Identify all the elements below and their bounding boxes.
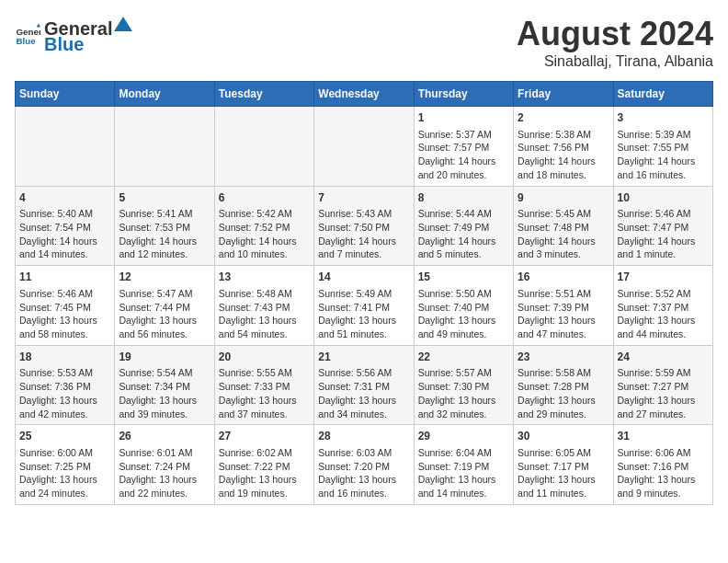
cell-text: Daylight: 13 hours [219, 394, 310, 408]
cell-text: Daylight: 14 hours [618, 235, 709, 248]
cell-text: Sunset: 7:43 PM [219, 301, 310, 315]
day-number: 6 [219, 190, 310, 206]
cell-text: and 32 minutes. [418, 408, 509, 421]
header-thursday: Thursday [414, 82, 513, 107]
day-number: 25 [19, 429, 110, 444]
day-number: 1 [418, 110, 509, 126]
calendar-cell: 8Sunrise: 5:44 AMSunset: 7:49 PMDaylight… [414, 186, 513, 266]
cell-text: Sunrise: 5:38 AM [518, 128, 609, 142]
day-number: 31 [618, 429, 709, 444]
cell-text: and 12 minutes. [119, 247, 210, 261]
cell-text: and 54 minutes. [219, 327, 310, 341]
cell-text: Daylight: 13 hours [418, 314, 509, 327]
calendar-week-row: 1Sunrise: 5:37 AMSunset: 7:57 PMDaylight… [16, 107, 713, 187]
calendar-cell: 2Sunrise: 5:38 AMSunset: 7:56 PMDaylight… [514, 107, 613, 187]
calendar-cell [115, 107, 214, 187]
cell-text: Daylight: 13 hours [219, 473, 310, 487]
cell-text: Daylight: 14 hours [518, 155, 609, 168]
cell-text: Daylight: 13 hours [518, 314, 609, 327]
cell-text: Sunset: 7:30 PM [418, 380, 509, 394]
day-number: 21 [318, 350, 409, 365]
cell-text: Sunrise: 5:51 AM [518, 287, 609, 301]
cell-text: Sunrise: 6:04 AM [418, 446, 509, 460]
cell-text: Sunset: 7:44 PM [119, 301, 210, 315]
cell-text: Sunrise: 5:54 AM [119, 366, 210, 380]
calendar-cell: 27Sunrise: 6:02 AMSunset: 7:22 PMDayligh… [214, 425, 313, 505]
title-section: August 2024 Sinaballaj, Tirana, Albania [517, 15, 713, 70]
cell-text: Sunrise: 5:46 AM [618, 207, 709, 221]
cell-text: Sunset: 7:54 PM [19, 221, 110, 235]
cell-text: Sunset: 7:55 PM [618, 141, 709, 155]
day-number: 10 [618, 190, 709, 206]
cell-text: and 27 minutes. [618, 408, 709, 421]
cell-text: Daylight: 14 hours [418, 235, 509, 248]
day-number: 26 [119, 429, 210, 444]
cell-text: Sunset: 7:22 PM [219, 460, 310, 474]
cell-text: and 10 minutes. [219, 247, 310, 261]
calendar-cell [214, 107, 313, 187]
cell-text: and 29 minutes. [518, 408, 609, 421]
logo-icon: General Blue [15, 22, 40, 48]
cell-text: and 39 minutes. [119, 408, 210, 421]
day-number: 12 [119, 270, 210, 285]
cell-text: Daylight: 13 hours [318, 394, 409, 408]
cell-text: Sunset: 7:37 PM [618, 301, 709, 315]
cell-text: Sunset: 7:41 PM [318, 301, 409, 315]
calendar-cell: 9Sunrise: 5:45 AMSunset: 7:48 PMDaylight… [514, 186, 613, 266]
header-friday: Friday [514, 82, 613, 107]
calendar-cell: 5Sunrise: 5:41 AMSunset: 7:53 PMDaylight… [115, 186, 214, 266]
cell-text: Daylight: 13 hours [318, 314, 409, 327]
day-number: 20 [219, 350, 310, 365]
svg-marker-3 [114, 17, 132, 31]
cell-text: Sunrise: 5:46 AM [19, 287, 110, 301]
calendar-cell: 23Sunrise: 5:58 AMSunset: 7:28 PMDayligh… [514, 345, 613, 425]
cell-text: Sunrise: 6:00 AM [19, 446, 110, 460]
calendar-cell: 4Sunrise: 5:40 AMSunset: 7:54 PMDaylight… [16, 186, 115, 266]
day-number: 19 [119, 350, 210, 365]
calendar-cell: 11Sunrise: 5:46 AMSunset: 7:45 PMDayligh… [16, 266, 115, 346]
cell-text: Daylight: 14 hours [19, 235, 110, 248]
cell-text: and 16 minutes. [318, 487, 409, 500]
cell-text: Sunset: 7:27 PM [618, 380, 709, 394]
day-number: 5 [119, 190, 210, 206]
calendar-cell: 10Sunrise: 5:46 AMSunset: 7:47 PMDayligh… [613, 186, 712, 266]
day-number: 4 [19, 190, 110, 206]
cell-text: Sunset: 7:25 PM [19, 460, 110, 474]
cell-text: Daylight: 13 hours [618, 473, 709, 487]
calendar-cell: 29Sunrise: 6:04 AMSunset: 7:19 PMDayligh… [414, 425, 513, 505]
day-number: 8 [418, 190, 509, 206]
day-number: 11 [19, 270, 110, 285]
day-number: 23 [518, 350, 609, 365]
calendar-cell: 24Sunrise: 5:59 AMSunset: 7:27 PMDayligh… [613, 345, 712, 425]
cell-text: Daylight: 13 hours [119, 314, 210, 327]
cell-text: Sunrise: 6:05 AM [518, 446, 609, 460]
cell-text: Sunset: 7:47 PM [618, 221, 709, 235]
cell-text: Daylight: 13 hours [418, 394, 509, 408]
cell-text: Sunrise: 5:47 AM [119, 287, 210, 301]
calendar-cell: 14Sunrise: 5:49 AMSunset: 7:41 PMDayligh… [314, 266, 414, 346]
cell-text: Daylight: 13 hours [618, 314, 709, 327]
day-number: 28 [318, 429, 409, 444]
cell-text: Sunset: 7:24 PM [119, 460, 210, 474]
calendar-cell: 31Sunrise: 6:06 AMSunset: 7:16 PMDayligh… [613, 425, 712, 505]
cell-text: and 3 minutes. [518, 247, 609, 261]
day-number: 27 [219, 429, 310, 444]
cell-text: Sunrise: 5:49 AM [318, 287, 409, 301]
cell-text: and 19 minutes. [219, 487, 310, 500]
cell-text: Daylight: 14 hours [618, 155, 709, 168]
cell-text: Sunrise: 5:55 AM [219, 366, 310, 380]
cell-text: Sunrise: 5:57 AM [418, 366, 509, 380]
cell-text: Sunrise: 5:41 AM [119, 207, 210, 221]
calendar-cell: 25Sunrise: 6:00 AMSunset: 7:25 PMDayligh… [16, 425, 115, 505]
calendar-cell: 18Sunrise: 5:53 AMSunset: 7:36 PMDayligh… [16, 345, 115, 425]
cell-text: Daylight: 14 hours [119, 235, 210, 248]
day-number: 16 [518, 270, 609, 285]
cell-text: and 1 minute. [618, 247, 709, 261]
calendar-cell [314, 107, 414, 187]
svg-marker-2 [37, 23, 40, 27]
cell-text: Sunrise: 5:52 AM [618, 287, 709, 301]
logo: General Blue General Blue [15, 15, 134, 55]
cell-text: Sunset: 7:57 PM [418, 141, 509, 155]
cell-text: Sunrise: 6:06 AM [618, 446, 709, 460]
cell-text: and 22 minutes. [119, 487, 210, 500]
